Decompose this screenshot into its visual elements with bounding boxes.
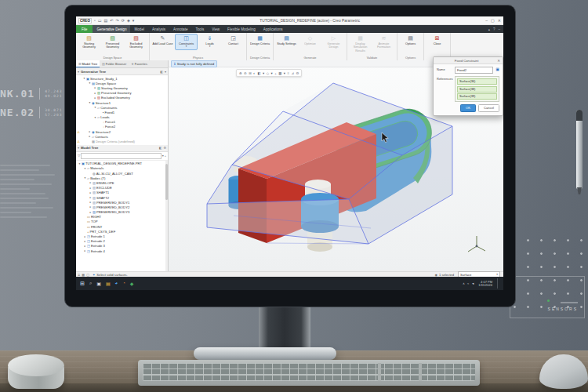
tabstrip-icon[interactable]: ? xyxy=(493,27,495,31)
ribbon-button[interactable]: ▧ Starting Geometry xyxy=(78,34,100,51)
reference-item[interactable]: Surface(39) xyxy=(457,93,497,100)
graphics-toolbar-icon[interactable]: ▾ xyxy=(263,71,264,75)
expander-icon[interactable]: ▸ xyxy=(81,130,92,133)
expander-icon[interactable]: ▸ xyxy=(76,211,93,214)
graphics-toolbar-icon[interactable]: ▦ xyxy=(278,71,281,75)
surface-dial[interactable] xyxy=(8,354,64,392)
selection-user-icon[interactable]: ◉ xyxy=(434,273,437,277)
panel-tab[interactable]: ☰ Model Tree xyxy=(76,60,100,67)
status-icon[interactable]: ≣ xyxy=(78,273,80,277)
tree-search-input[interactable] xyxy=(81,153,161,159)
expander-icon[interactable]: ▸ xyxy=(76,205,93,209)
ribbon-button[interactable]: ▷ Generate Design xyxy=(322,34,345,51)
rename-icon[interactable]: ▣ xyxy=(495,67,499,71)
ribbon-button[interactable]: ≋ Animate Formation xyxy=(372,34,395,51)
expander-icon[interactable]: ▸ xyxy=(81,96,97,100)
taskbar-app-icon[interactable]: ◕ xyxy=(115,281,118,286)
add-icon[interactable]: + xyxy=(165,154,166,158)
status-icon[interactable]: ▦ xyxy=(82,273,85,277)
quick-access-icon[interactable]: ▤ xyxy=(104,17,108,24)
expander-icon[interactable]: ▾ xyxy=(81,77,86,80)
status-icon[interactable]: ▢ xyxy=(86,273,89,277)
ribbon-tab[interactable]: Flexible Modeling xyxy=(223,25,260,33)
panel-tab[interactable]: ★ Favorites xyxy=(129,60,150,67)
graphics-toolbar-icon[interactable]: + xyxy=(274,71,277,75)
quick-access-icon[interactable]: ⟳ xyxy=(122,17,125,24)
tree-filter-icon[interactable]: ◧ xyxy=(160,70,163,74)
dialog-titlebar[interactable]: Fixed Constraint ✕ xyxy=(434,57,503,64)
quick-access-icon[interactable]: ▾ xyxy=(132,17,135,24)
graphics-toolbar-icon[interactable]: ⊕ xyxy=(239,71,242,75)
panel-tab[interactable]: ▤ Folder Browser xyxy=(100,60,129,67)
tree-filter-icon[interactable]: ◧ xyxy=(159,146,162,150)
taskbar-app-icon[interactable]: ▤ xyxy=(106,281,111,286)
graphics-toolbar-icon[interactable]: ▾ xyxy=(284,71,285,75)
cancel-button[interactable]: Cancel xyxy=(478,104,499,112)
graphics-toolbar-icon[interactable]: ⊞ xyxy=(249,71,252,75)
taskbar-app-icon[interactable]: ◆ xyxy=(130,281,134,286)
window-control-icon[interactable]: ▢ xyxy=(491,17,495,24)
expander-icon[interactable]: ▸ xyxy=(76,249,87,252)
tabstrip-icon[interactable]: ▴ xyxy=(488,27,490,31)
expander-icon[interactable]: ▾ xyxy=(76,162,82,165)
quick-access-icon[interactable]: ▫ xyxy=(94,17,96,24)
expander-icon[interactable]: ▸ xyxy=(76,196,93,199)
ribbon-button[interactable]: ▤ Study Settings xyxy=(275,34,298,47)
ribbon-button[interactable]: ▤ Options xyxy=(399,34,422,47)
expander-icon[interactable]: ▸ xyxy=(76,245,87,248)
ribbon-button[interactable]: ✎ Add Load Case xyxy=(151,34,174,47)
surface-pen[interactable] xyxy=(576,110,583,190)
window-control-icon[interactable]: ✕ xyxy=(498,17,501,24)
reference-item[interactable]: Surface(38) xyxy=(457,86,497,93)
expander-icon[interactable]: ▾ xyxy=(81,101,92,104)
expander-icon[interactable]: ▸ xyxy=(76,191,93,194)
quick-access-icon[interactable]: ◈ xyxy=(127,17,130,24)
ribbon-button[interactable]: ◇ Optimize xyxy=(299,34,321,47)
ribbon-tab[interactable]: Analysis xyxy=(148,25,169,33)
reference-item[interactable]: Surface(36) xyxy=(457,78,497,85)
tree-item[interactable]: ▸ ◳ Extrude 4 xyxy=(76,249,168,253)
tabstrip-icon[interactable]: – xyxy=(498,27,500,31)
graphics-toolbar-icon[interactable]: ◇ xyxy=(267,71,269,75)
chevron-down-icon[interactable]: ▾ xyxy=(78,146,79,150)
expander-icon[interactable]: ▸ xyxy=(76,187,93,190)
volume-icon[interactable]: ◄ xyxy=(471,281,474,285)
quick-access-icon[interactable]: ↶ xyxy=(110,17,113,24)
graphics-toolbar-icon[interactable]: ⊿ xyxy=(291,71,294,75)
expander-icon[interactable]: ▸ xyxy=(81,92,97,95)
graphics-toolbar-icon[interactable]: ⚙ xyxy=(296,71,299,75)
ribbon-button[interactable]: ▧ Excluded Geometry xyxy=(125,34,147,51)
taskbar-clock[interactable]: 4:07 PM 1/31/2024 xyxy=(478,281,492,287)
taskbar-app-icon[interactable]: ◔ xyxy=(122,281,125,286)
expander-icon[interactable]: ▾ xyxy=(76,176,87,180)
expander-icon[interactable]: ▸ xyxy=(76,235,87,238)
ribbon-button[interactable]: ▦ Design Criteria xyxy=(249,34,271,47)
tree-item[interactable]: ⚠ ▦ Design Criteria (undefined) xyxy=(76,139,168,143)
graphics-toolbar-icon[interactable]: ◐ xyxy=(253,71,256,75)
ribbon-tab[interactable]: Model xyxy=(130,25,148,33)
ribbon-tab[interactable]: View xyxy=(208,25,223,33)
ribbon-button[interactable]: ⊠ Close xyxy=(426,34,448,47)
ribbon-button[interactable]: ⇓ Loads ▾ xyxy=(198,34,221,50)
ribbon-tab[interactable]: Tools xyxy=(191,25,208,33)
window-control-icon[interactable]: – xyxy=(485,17,488,24)
keyboard[interactable] xyxy=(138,360,480,386)
quick-access-icon[interactable]: ↷ xyxy=(115,17,118,24)
chevron-down-icon[interactable]: ▾ xyxy=(162,154,164,158)
show-desktop-button[interactable] xyxy=(497,278,499,289)
graphics-toolbar-icon[interactable]: ▾ xyxy=(270,71,272,75)
expander-icon[interactable]: ▸ xyxy=(76,181,93,184)
close-icon[interactable]: ✕ xyxy=(497,59,500,63)
graphics-toolbar-icon[interactable]: ≡ xyxy=(287,71,289,75)
ribbon-button[interactable]: ◫ Constraints ▾ xyxy=(175,34,198,50)
network-icon[interactable]: ≈ xyxy=(467,281,469,285)
ribbon-tab[interactable]: Applications xyxy=(260,25,287,33)
ok-button[interactable]: OK xyxy=(460,104,476,112)
taskbar-app-icon[interactable]: ⌕ xyxy=(89,281,92,286)
ribbon-tab[interactable]: Generative Design xyxy=(93,25,130,33)
scrollbar[interactable] xyxy=(165,161,168,271)
tab-file[interactable]: File xyxy=(76,25,93,33)
expander-icon[interactable]: ▾ xyxy=(81,82,92,85)
graphics-toolbar-icon[interactable]: ⊖ xyxy=(244,71,247,75)
quick-access-icon[interactable]: ▭ xyxy=(98,17,102,24)
